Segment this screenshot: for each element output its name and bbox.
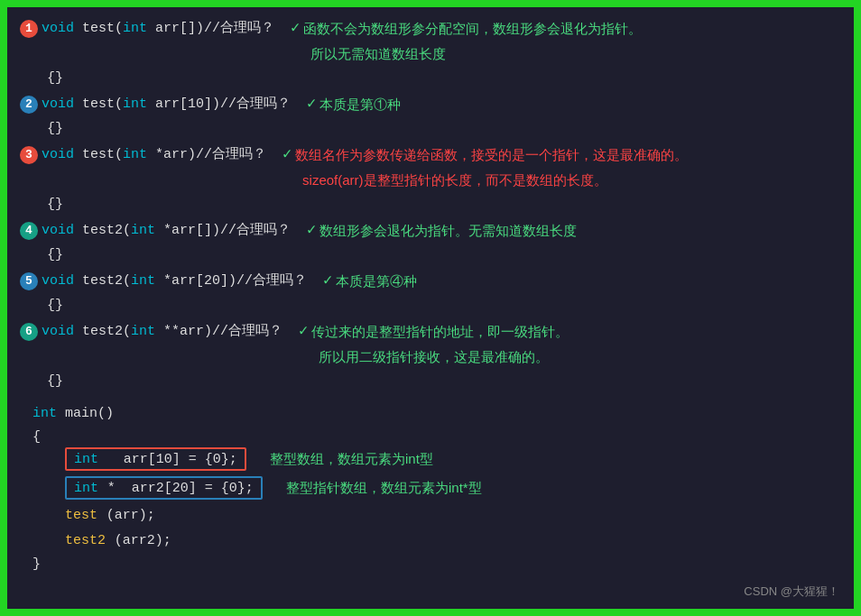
ann-text-1a: 函数不会为数组形参分配空间，数组形参会退化为指针。 [303,16,642,41]
int-main-line: int main() [20,400,841,426]
code-line-1: 1 void test(int arr[]) //合理吗？ ✓ 函数不会为数组形… [20,16,841,67]
code-line-2: 2 void test(int arr[10]) //合理吗？ ✓ 本质是第①种 [20,92,841,117]
check-icon-5: ✓ [323,269,332,294]
code-line-3: 3 void test(int *arr) //合理吗？ ✓ 数组名作为参数传递… [20,143,841,193]
code-line-4: 4 void test2(int *arr[]) //合理吗？ ✓ 数组形参会退… [20,218,841,244]
check-icon-4: ✓ [307,218,316,244]
code-comment-3: //合理吗？ [196,143,266,168]
arr2-int-kw: int [74,481,98,496]
code-main-5: test2(int *arr[20]) [74,269,236,294]
check-icon-3: ✓ [282,143,292,168]
code-main-4: test2(int *arr[]) [74,218,220,244]
arr2-decl-text: * arr2[20] = {0}; [107,481,254,496]
badge-1: 1 [20,20,38,38]
line-group-1: 1 void test(int arr[]) //合理吗？ ✓ 函数不会为数组形… [20,16,841,88]
line-group-5: 5 void test2(int *arr[20]) //合理吗？ ✓ 本质是第… [20,269,841,316]
badge-6: 6 [20,323,38,341]
line-group-6: 6 void test2(int **arr) //合理吗？ ✓ 传过来的是整型… [20,319,841,391]
badge-3: 3 [20,146,38,164]
ann-text-3a: 数组名作为参数传递给函数，接受的是一个指针，这是最准确的。 [295,143,688,168]
annotation-4: ✓ 数组形参会退化为指针。无需知道数组长度 [307,218,577,244]
code-void-6: void [42,319,74,345]
close-brace-symbol: } [32,556,41,572]
annotation-2: ✓ 本质是第①种 [307,92,401,117]
brace-4: {} [20,244,841,265]
brace-open-6: {} [47,373,63,389]
check-icon-1: ✓ [291,16,300,41]
test-func-call: test [65,508,97,523]
badge-2: 2 [20,96,38,114]
badge-4: 4 [20,222,38,240]
code-line-5: 5 void test2(int *arr[20]) //合理吗？ ✓ 本质是第… [20,269,841,294]
int-keyword: int [32,406,57,421]
code-void-2: void [42,92,74,117]
code-void-4: void [42,218,74,244]
code-comment-6: //合理吗？ [212,319,282,345]
test-call-line: test (arr); [20,507,841,523]
arr-decl-text: arr[10] = {0}; [107,452,237,467]
ann-text-6a: 传过来的是整型指针的地址，即一级指针。 [311,319,569,345]
code-main-2: test(int arr[10]) [74,92,220,117]
ann-text-1b: 所以无需知道数组长度 [310,41,446,67]
arr-decl-line: int arr[10] = {0}; 整型数组，数组元素为int型 [20,447,841,471]
code-comment-4: //合理吗？ [220,218,291,244]
line-group-4: 4 void test2(int *arr[]) //合理吗？ ✓ 数组形参会退… [20,218,841,265]
open-brace-symbol: { [32,429,41,445]
ann-text-2: 本质是第①种 [319,92,401,117]
code-comment-5: //合理吗？ [236,269,307,294]
check-icon-2: ✓ [307,92,316,117]
watermark: CSDN @大猩猩！ [744,584,839,600]
code-main-6: test2(int **arr) [74,319,212,345]
ann-text-6b: 所以用二级指针接收，这是最准确的。 [319,345,549,370]
arr-decl-box: int arr[10] = {0}; [65,447,246,471]
code-line-6: 6 void test2(int **arr) //合理吗？ ✓ 传过来的是整型… [20,319,841,370]
annotation-1: ✓ 函数不会为数组形参分配空间，数组形参会退化为指针。 所以无需知道数组长度 [291,16,642,67]
arr2-annotation: 整型指针数组，数组元素为int*型 [279,480,482,497]
main-container: 1 void test(int arr[]) //合理吗？ ✓ 函数不会为数组形… [7,7,854,609]
annotation-5: ✓ 本质是第④种 [323,269,417,294]
code-void-5: void [42,269,74,294]
line-group-3: 3 void test(int *arr) //合理吗？ ✓ 数组名作为参数传递… [20,143,841,215]
main-func: main() [57,406,114,421]
arr-annotation: 整型数组，数组元素为int型 [263,451,433,468]
test-call-args: (arr); [106,508,155,523]
line-group-2: 2 void test(int arr[10]) //合理吗？ ✓ 本质是第①种… [20,92,841,139]
code-comment-1: //合理吗？ [204,16,274,41]
ann-text-3b: sizeof(arr)是整型指针的长度，而不是数组的长度。 [302,168,607,193]
arr2-decl-box: int * arr2[20] = {0}; [65,476,263,500]
ann-text-5: 本质是第④种 [336,269,417,294]
brace-2: {} [20,117,841,139]
brace-5: {} [20,294,841,316]
ann-text-4: 数组形参会退化为指针。无需知道数组长度 [319,218,577,244]
brace-open-1: {} [47,70,63,86]
annotation-3: ✓ 数组名作为参数传递给函数，接受的是一个指针，这是最准确的。 sizeof(a… [282,143,688,193]
test2-call-line: test2 (arr2); [20,532,841,548]
code-void-3: void [42,143,74,168]
arr2-decl-line: int * arr2[20] = {0}; 整型指针数组，数组元素为int*型 [20,476,841,500]
code-main-1: test(int arr[]) [74,16,204,41]
badge-5: 5 [20,272,38,290]
code-void-1: void [42,16,74,41]
brace-6: {} [20,370,841,391]
brace-open-5: {} [47,298,63,313]
brace-open-2: {} [47,121,63,136]
test2-call-args: (arr2); [115,533,171,548]
check-icon-6: ✓ [299,319,308,345]
close-brace-main: } [20,556,841,572]
open-brace-main: { [20,426,841,447]
brace-3: {} [20,193,841,215]
brace-1: {} [20,67,841,88]
test2-func-call: test2 [65,533,106,548]
brace-open-4: {} [47,247,63,262]
arr-int-kw: int [74,452,98,467]
brace-open-3: {} [47,197,63,212]
annotation-6: ✓ 传过来的是整型指针的地址，即一级指针。 所以用二级指针接收，这是最准确的。 [299,319,569,370]
code-comment-2: //合理吗？ [220,92,291,117]
code-main-3: test(int *arr) [74,143,196,168]
